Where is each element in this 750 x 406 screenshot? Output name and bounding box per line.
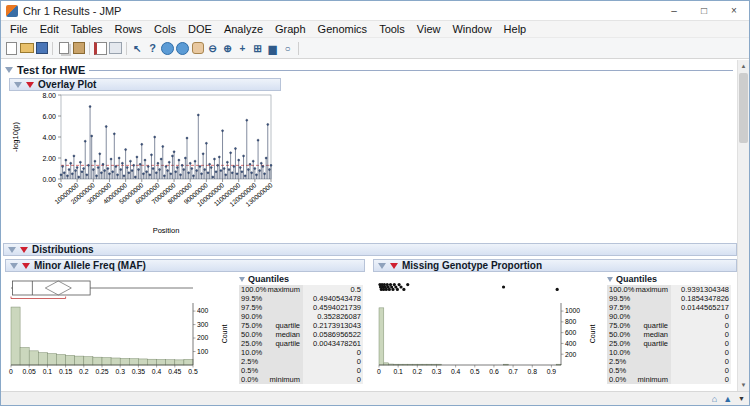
grabber-hand-tool-icon[interactable] [190, 40, 205, 57]
scrollbar-thumb[interactable] [739, 73, 748, 143]
quantile-cell: 0 [671, 312, 731, 321]
disclosure-triangle-icon[interactable] [239, 277, 245, 282]
disclosure-triangle-icon[interactable] [378, 263, 386, 269]
maf-bars[interactable] [11, 307, 193, 365]
new-file-icon[interactable] [4, 40, 19, 57]
brush-tool-icon[interactable] [160, 40, 175, 57]
outline-test-for-hwe[interactable]: Test for HWE [5, 63, 733, 76]
missing-boxplot[interactable] [378, 283, 558, 291]
menu-item-analyze[interactable]: Analyze [218, 22, 269, 36]
chart-tool-icon[interactable]: ▆ [265, 40, 280, 57]
svg-text:300: 300 [197, 321, 209, 328]
quantile-cell [267, 312, 303, 321]
missing-bars[interactable] [379, 308, 561, 365]
copy-icon[interactable] [56, 40, 71, 57]
red-triangle-menu-icon[interactable] [22, 263, 30, 269]
open-icon[interactable] [19, 40, 34, 57]
missing-histogram-chart[interactable]: 00.10.20.30.40.50.60.70.80.9200400600800… [373, 273, 605, 385]
outline-header-missing[interactable]: Missing Genotype Proportion [373, 259, 737, 272]
maf-boxplot[interactable] [11, 281, 193, 299]
scroll-up-icon[interactable]: ▲ [723, 393, 732, 405]
table-tool-icon[interactable]: ⊞ [250, 40, 265, 57]
svg-text:200: 200 [565, 351, 577, 358]
zoom-out-tool-icon[interactable]: ⊖ [205, 40, 220, 57]
minimize-button[interactable]: – [659, 1, 689, 20]
home-icon[interactable]: ⌂ [712, 393, 717, 405]
quantile-cell: 99.5% [239, 294, 267, 303]
vertical-scrollbar[interactable]: ▲ ▼ [737, 60, 749, 391]
toolbar-separator [52, 42, 53, 55]
menu-item-edit[interactable]: Edit [34, 22, 65, 36]
quantile-row: 0.0%minimum0 [239, 375, 363, 384]
menu-item-window[interactable]: Window [446, 22, 497, 36]
quantile-cell: 100.0% [607, 285, 635, 294]
help-tool-icon[interactable]: ? [145, 40, 160, 57]
outline-header-distributions[interactable]: Distributions [3, 243, 737, 256]
disclosure-triangle-icon[interactable] [8, 247, 16, 253]
quantiles-table-maf: 100.0%maximum0.599.5%0.494054347897.5%0.… [239, 285, 363, 384]
maximize-button[interactable]: □ [689, 1, 719, 20]
menu-item-graph[interactable]: Graph [269, 22, 312, 36]
disclosure-triangle-icon[interactable] [14, 82, 22, 88]
quantiles-title: Quantiles [248, 274, 289, 284]
outline-header-overlay-plot[interactable]: Overlay Plot [9, 78, 281, 91]
red-triangle-menu-icon[interactable] [20, 247, 28, 253]
quantile-cell: 0.9391304348 [671, 285, 731, 294]
quantile-row: 97.5%0.4594021739 [239, 303, 363, 312]
zoom-in-tool-icon[interactable]: ⊕ [220, 40, 235, 57]
red-triangle-menu-icon[interactable] [390, 263, 398, 269]
journal-icon[interactable] [93, 40, 108, 57]
quantile-cell: maximum [635, 285, 671, 294]
menu-item-file[interactable]: File [4, 22, 34, 36]
disclosure-triangle-icon[interactable] [5, 67, 13, 73]
quantile-cell: 0.0586956522 [303, 330, 363, 339]
lasso-tool-icon[interactable]: ○ [280, 40, 295, 57]
quantile-cell [267, 303, 303, 312]
scroller-tool-icon[interactable] [175, 40, 190, 57]
menu-item-tables[interactable]: Tables [65, 22, 109, 36]
crosshair-tool-icon[interactable]: + [235, 40, 250, 57]
quantile-row: 97.5%0.0144565217 [607, 303, 731, 312]
menu-caret-icon[interactable]: ▼ [738, 395, 745, 402]
menu-item-tools[interactable]: Tools [373, 22, 411, 36]
disclosure-triangle-icon[interactable] [10, 263, 18, 269]
quantile-cell: median [267, 330, 303, 339]
menu-item-genomics[interactable]: Genomics [312, 22, 374, 36]
outline-header-maf[interactable]: Minor Allele Freq (MAF) [5, 259, 365, 272]
quantile-cell: 0 [671, 339, 731, 348]
outline-title: Overlay Plot [38, 79, 96, 90]
svg-text:6.00: 6.00 [42, 113, 56, 120]
svg-text:400: 400 [197, 307, 209, 314]
quantile-cell: 50.0% [239, 330, 267, 339]
maf-histogram-chart[interactable]: 00.050.10.150.20.250.30.350.40.450.51002… [5, 273, 237, 385]
quantile-cell [267, 366, 303, 375]
quantile-cell: 10.0% [607, 348, 635, 357]
outline-title: Distributions [32, 244, 94, 255]
paste-icon[interactable] [71, 40, 86, 57]
arrow-tool-icon[interactable]: ↖ [130, 40, 145, 57]
quantile-row: 50.0%median0.0586956522 [239, 330, 363, 339]
overlay-plot-chart[interactable]: 0.002.004.006.008.0001000000020000000300… [9, 91, 281, 239]
quantile-row: 10.0%0 [239, 348, 363, 357]
svg-text:-log10(p): -log10(p) [11, 121, 20, 152]
menu-item-cols[interactable]: Cols [148, 22, 182, 36]
menu-item-rows[interactable]: Rows [109, 22, 149, 36]
menu-item-help[interactable]: Help [498, 22, 533, 36]
quantile-cell: 0.0% [607, 375, 635, 384]
scrollbar-up-arrow-icon[interactable]: ▲ [738, 60, 749, 72]
menu-bar: FileEditTablesRowsColsDOEAnalyzeGraphGen… [1, 21, 749, 38]
scrollbar-down-arrow-icon[interactable]: ▼ [738, 379, 749, 391]
close-button[interactable]: × [719, 1, 749, 20]
quantile-cell: 0.4940543478 [303, 294, 363, 303]
svg-text:0.4: 0.4 [152, 368, 162, 375]
layout-icon[interactable] [108, 40, 123, 57]
panel-missing: Missing Genotype Proportion 00.10.20.30.… [373, 259, 737, 385]
svg-text:0: 0 [377, 368, 381, 375]
quantile-cell: maximum [267, 285, 303, 294]
menu-item-view[interactable]: View [411, 22, 447, 36]
disclosure-triangle-icon[interactable] [607, 277, 613, 282]
quantile-cell: 90.0% [607, 312, 635, 321]
menu-item-doe[interactable]: DOE [182, 22, 218, 36]
red-triangle-menu-icon[interactable] [26, 82, 34, 88]
save-icon[interactable] [34, 40, 49, 57]
